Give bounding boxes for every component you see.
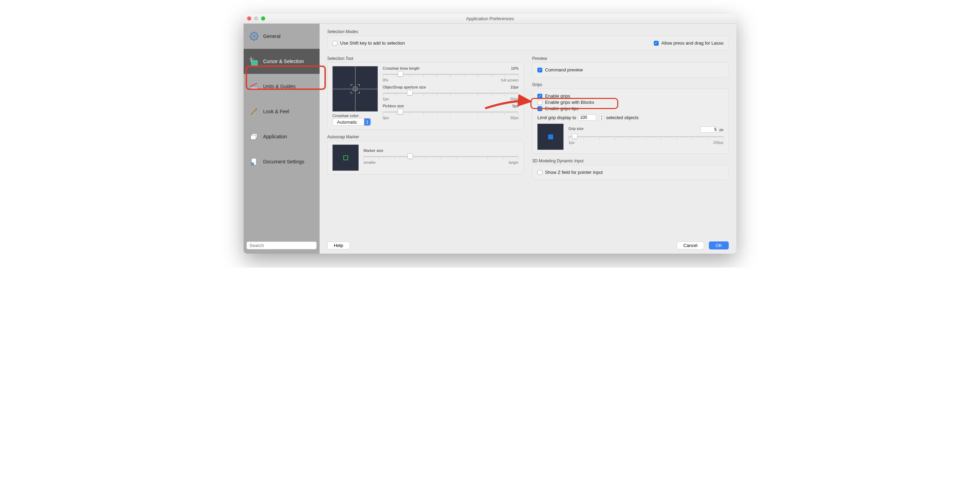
- label-text: selected objects: [606, 115, 638, 120]
- grip-preview: [538, 124, 563, 150]
- section-title-autosnap: Autosnap Marker: [327, 135, 524, 139]
- section-title-grips: Grips: [532, 82, 729, 87]
- ruler-icon: [249, 81, 259, 91]
- autosnap-preview: [332, 145, 359, 171]
- cancel-button[interactable]: Cancel: [677, 242, 704, 250]
- checkbox-show-z[interactable]: Show Z field for pointer input: [538, 170, 724, 175]
- crosshair-preview: [332, 66, 378, 111]
- chevron-updown-icon: ▲▼: [364, 118, 371, 126]
- ok-button[interactable]: OK: [709, 242, 729, 250]
- checkbox-label: Enable grips with Blocks: [545, 100, 594, 105]
- panel-3d-dyn: Show Z field for pointer input: [532, 165, 729, 180]
- gear-icon: [249, 31, 259, 41]
- panel-selection-modes: Use Shift key to add to selection Allow …: [327, 35, 729, 51]
- slider-label: Grip size: [568, 126, 584, 133]
- sidebar-item-cursor-selection[interactable]: Cursor & Selection: [243, 49, 320, 74]
- slider-max: 50px: [510, 97, 519, 101]
- close-icon[interactable]: [247, 16, 251, 21]
- brush-icon: [249, 107, 259, 116]
- minimize-icon: [254, 16, 258, 21]
- slider-label: Marker size: [363, 148, 519, 153]
- sidebar-item-general[interactable]: General: [243, 24, 320, 49]
- checkbox-icon: [538, 170, 542, 175]
- checkbox-label: Allow press and drag for Lasso: [662, 40, 724, 46]
- svg-rect-7: [251, 135, 256, 140]
- slider-value: 5px: [512, 104, 519, 108]
- checkbox-label: Enable grips: [545, 93, 570, 99]
- checkbox-command-preview[interactable]: Command preview: [538, 67, 724, 72]
- checkbox-icon: [538, 106, 542, 111]
- checkbox-enable-grips-tips[interactable]: Enable grips tips: [538, 106, 724, 111]
- sidebar-item-application[interactable]: Application: [243, 124, 320, 149]
- window-title: Application Preferences: [243, 16, 737, 21]
- zoom-icon[interactable]: [261, 16, 265, 21]
- label-text: Limit grip display to: [538, 115, 576, 120]
- sidebar-item-label: Document Settings: [263, 159, 304, 164]
- checkbox-label: Use Shift key to add to selection: [340, 40, 405, 46]
- section-title-selection-modes: Selection Modes: [327, 29, 729, 34]
- slider-min: smaller: [363, 160, 376, 164]
- sidebar-item-look-feel[interactable]: Look & Feel: [243, 99, 320, 124]
- content-area: Selection Modes Use Shift key to add to …: [320, 24, 737, 254]
- preferences-window: Application Preferences General Cursor &…: [243, 14, 737, 254]
- section-title-preview: Preview: [532, 56, 729, 61]
- search-input[interactable]: [247, 242, 317, 250]
- windows-icon: [249, 132, 259, 142]
- slider-max: full screen: [501, 78, 519, 82]
- checkbox-allow-lasso[interactable]: Allow press and drag for Lasso: [654, 40, 724, 46]
- crosshair-length-slider[interactable]: [383, 71, 519, 77]
- checkbox-enable-grips-blocks[interactable]: Enable grips with Blocks: [538, 100, 724, 105]
- svg-line-5: [250, 83, 257, 86]
- grip-size-input[interactable]: [700, 126, 718, 133]
- crosshair-color-label: Crosshair color:: [332, 114, 378, 118]
- panel-preview: Command preview: [532, 62, 729, 77]
- marker-size-slider[interactable]: [363, 153, 519, 159]
- sidebar-item-label: Cursor & Selection: [263, 59, 304, 64]
- sidebar-item-document-settings[interactable]: Document Settings: [243, 149, 320, 174]
- svg-rect-4: [250, 87, 258, 89]
- slider-value: 10px: [510, 85, 519, 89]
- slider-min: 0px: [383, 116, 389, 120]
- section-title-selection-tool: Selection Tool: [327, 56, 524, 61]
- svg-point-9: [251, 163, 254, 165]
- checkbox-label: Show Z field for pointer input: [545, 170, 603, 175]
- svg-rect-1: [251, 60, 257, 65]
- crosshair-color-select[interactable]: Automatic ▲▼: [332, 118, 371, 126]
- slider-max: 50px: [510, 116, 519, 120]
- window-controls: [247, 16, 265, 21]
- checkbox-icon: [538, 100, 542, 105]
- checkbox-icon: [654, 41, 659, 46]
- slider-min: 1px: [568, 140, 575, 145]
- sidebar-item-label: Units & Guides: [263, 84, 296, 89]
- panel-autosnap: Marker size smaller larger: [327, 141, 524, 175]
- slider-min: 1px: [383, 97, 389, 101]
- panel-grips: Enable grips Enable grips with Blocks En…: [532, 89, 729, 154]
- checkbox-icon: [538, 94, 542, 99]
- sidebar-item-label: Look & Feel: [263, 109, 289, 114]
- limit-grip-input[interactable]: [578, 114, 596, 121]
- chevron-down-icon: ▼: [600, 118, 604, 121]
- pickbox-slider[interactable]: [383, 109, 519, 115]
- help-button[interactable]: Help: [327, 242, 350, 250]
- checkbox-enable-grips[interactable]: Enable grips: [538, 93, 724, 99]
- checkbox-use-shift[interactable]: Use Shift key to add to selection: [332, 40, 405, 46]
- stepper-control[interactable]: ▲▼: [599, 114, 604, 121]
- slider-value: 10%: [511, 66, 519, 70]
- sidebar: General Cursor & Selection Units & Guide…: [243, 24, 320, 254]
- titlebar: Application Preferences: [243, 14, 737, 24]
- checkbox-label: Command preview: [545, 67, 583, 72]
- checkbox-icon: [332, 41, 337, 46]
- slider-min: 0%: [383, 78, 388, 82]
- svg-point-0: [253, 35, 255, 38]
- sidebar-item-label: General: [263, 33, 280, 39]
- objectsnap-slider[interactable]: [383, 90, 519, 96]
- slider-max: larger: [509, 160, 519, 164]
- checkbox-label: Enable grips tips: [545, 106, 579, 111]
- slider-label: Crosshair lines length: [383, 66, 420, 70]
- slider-label: ObjectSnap aperture size: [383, 85, 426, 89]
- grip-size-slider[interactable]: [568, 134, 724, 140]
- checkbox-icon: [538, 68, 542, 72]
- sidebar-item-units-guides[interactable]: Units & Guides: [243, 74, 320, 99]
- select-value: Automatic: [333, 118, 364, 126]
- section-title-3d-dyn: 3D Modeling Dynamic Input: [532, 159, 729, 164]
